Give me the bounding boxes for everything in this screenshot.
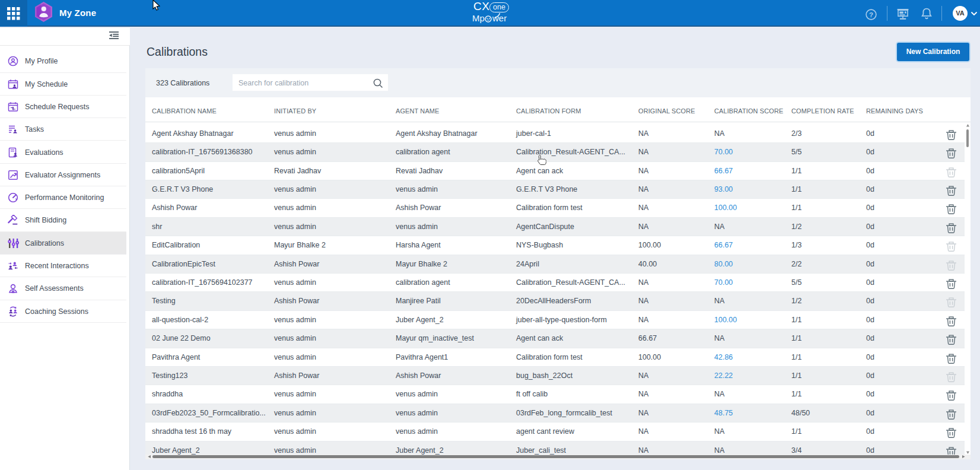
svg-text:?: ? [869,11,873,18]
